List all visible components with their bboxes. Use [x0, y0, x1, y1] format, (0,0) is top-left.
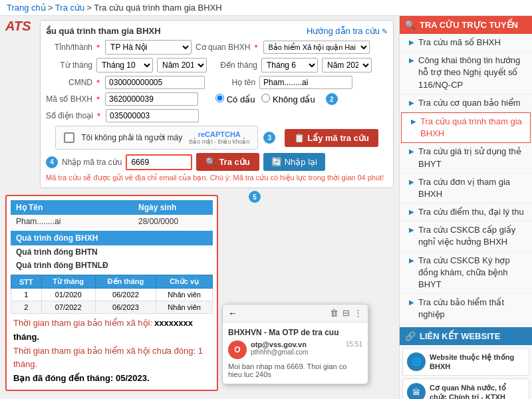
- agency-select[interactable]: Bảo hiểm Xã hội quận Hai Bà Trưng: [263, 41, 370, 54]
- ats-logo: ATS: [5, 19, 31, 33]
- breadcrumb-lookup[interactable]: Tra cứu: [55, 3, 84, 13]
- search-sidebar-icon: 🔍: [405, 20, 416, 30]
- badge-4: 4: [46, 156, 58, 168]
- agency-label: Cơ quan BHXH: [196, 43, 250, 52]
- code-input[interactable]: [126, 154, 192, 170]
- badge-2: 2: [326, 93, 338, 105]
- cmnd-input[interactable]: [105, 76, 205, 89]
- phone-input[interactable]: [106, 109, 199, 122]
- lien-ket-title: 🔗 LIÊN KẾT WEBSITE: [400, 327, 532, 345]
- sidebar-arrow-0: ▶: [409, 38, 414, 47]
- co-quan-label: Cơ quan Nhà nước, tổ chức Chính trị - KT…: [430, 383, 525, 399]
- email-back-button[interactable]: ←: [228, 308, 237, 319]
- col-from: Từ tháng: [41, 275, 95, 289]
- captcha-checkbox[interactable]: [64, 132, 74, 143]
- website-bhxh-link[interactable]: 🌐 Website thuộc Hệ thống BHXH: [402, 348, 529, 376]
- sidebar-label-6: Tra cứu điểm thu, đại lý thu: [418, 206, 524, 218]
- sidebar-label-5: Tra cứu đơn vị tham gia BHXH: [418, 176, 527, 200]
- sidebar-arrow-3: ▶: [411, 117, 416, 126]
- search-icon: 🔍: [205, 157, 216, 167]
- search-button[interactable]: 🔍 Tra cứu: [196, 153, 259, 171]
- result-col-dob: Ngày sinh: [133, 200, 213, 215]
- co-quan-icon: 🏛: [407, 383, 426, 399]
- sidebar-arrow-6: ▶: [409, 207, 414, 217]
- sidebar-arrow-9: ▶: [409, 298, 414, 307]
- sidebar-item-4[interactable]: ▶Tra cứu giá trị sử dụng thẻ BHYT: [400, 143, 532, 173]
- summary-text: Thời gian tham gia bảo hiểm xã hội: xxxx…: [11, 317, 213, 386]
- city-label: Tỉnh/thành: [46, 43, 92, 52]
- reset-icon: 🔄: [271, 157, 282, 167]
- col-stt: STT: [11, 275, 42, 289]
- sidebar-arrow-4: ▶: [409, 147, 414, 156]
- result-dob-val: 28/00/0000: [133, 215, 213, 228]
- email-popup: ← 🗑 ⊟ ⋮ BHXHVN - Ma OTP de tra cuu O: [222, 304, 368, 384]
- link-icon: 🔗: [405, 331, 416, 341]
- email-delete-button[interactable]: 🗑: [330, 308, 338, 318]
- sidebar-item-7[interactable]: ▶Tra cứu CSKCB cấp giấy nghỉ việc hưởng …: [400, 221, 532, 251]
- sidebar-item-5[interactable]: ▶Tra cứu đơn vị tham gia BHXH: [400, 174, 532, 203]
- sidebar-label-2: Tra cứu cơ quan bảo hiểm: [418, 97, 521, 109]
- breadcrumb-current: Tra cứu quá trình tham gia BHXH: [94, 3, 222, 13]
- sidebar-arrow-8: ▶: [409, 256, 414, 265]
- sidebar-item-8[interactable]: ▶Tra cứu CSKCB Ký hợp đồng khám, chữa bệ…: [400, 252, 532, 295]
- sidebar-item-1[interactable]: ▶Công khai thông tin hướng hỗ trợ theo N…: [400, 52, 532, 94]
- get-code-button[interactable]: 📋 Lấy mã tra cứu: [285, 129, 378, 147]
- detail-table: STT Từ tháng Đến tháng Chức vụ 101/20200…: [11, 275, 213, 314]
- sidebar-label-4: Tra cứu giá trị sử dụng thẻ BHYT: [418, 146, 527, 170]
- tra-cuu-title: 🔍 TRA CỨU TRỰC TUYẾN: [400, 16, 532, 34]
- city-select[interactable]: TP Hà Nội: [105, 40, 192, 55]
- email-time: 15:51: [346, 340, 362, 348]
- to-month-label: Đến tháng: [211, 61, 257, 70]
- breadcrumb-home[interactable]: Trang chủ: [7, 3, 46, 13]
- code-label: Nhập mã tra cứu: [62, 158, 122, 167]
- sidebar-label-1: Công khai thông tin hướng hỗ trợ theo Ng…: [418, 55, 527, 91]
- get-code-icon: 📋: [294, 133, 305, 143]
- to-month-select[interactable]: Tháng 6: [261, 58, 318, 72]
- col-to: Đến tháng: [95, 275, 156, 289]
- sidebar-label-8: Tra cứu CSKCB Ký hợp đồng khám, chữa bện…: [418, 255, 527, 291]
- process-header: Quá trình đóng BHXH: [11, 231, 213, 245]
- from-year-select[interactable]: Năm 2019: [157, 58, 207, 72]
- search-box-title: ầu quá trình tham gia BHXH: [46, 26, 161, 36]
- badge-3: 3: [263, 132, 275, 144]
- sidebar-item-0[interactable]: ▶Tra cứu mã số BHXH: [400, 34, 532, 52]
- result-col-name: Họ Tên: [11, 200, 133, 215]
- sidebar-item-9[interactable]: ▶Tra cứu bảo hiểm thất nghiệp: [400, 294, 532, 324]
- table-row: 207/202206/2023Nhân viên: [11, 301, 213, 314]
- sidebar-label-7: Tra cứu CSKCB cấp giấy nghỉ việc hưởng B…: [418, 224, 527, 248]
- email-avatar: O: [228, 340, 247, 359]
- captcha-label: Tôi không phải là người máy: [81, 133, 182, 142]
- bhxh-input[interactable]: [105, 92, 198, 106]
- phone-label: Số điện thoại: [46, 111, 93, 120]
- cmnd-label: CMND: [46, 78, 92, 87]
- email-more-button[interactable]: ⋮: [354, 308, 362, 318]
- badge-5: 5: [249, 191, 261, 203]
- radio-seal[interactable]: Có dấu: [215, 94, 255, 104]
- col-role: Chức vụ: [156, 275, 213, 289]
- reset-button[interactable]: 🔄 Nhập lại: [263, 153, 325, 171]
- bhtnld-label: Quá trình đóng BHTNLĐ: [11, 259, 213, 272]
- website-bhxh-label: Website thuộc Hệ thống BHXH: [430, 352, 525, 372]
- to-year-select[interactable]: Năm 2023: [322, 58, 372, 72]
- sidebar-label-0: Tra cứu mã số BHXH: [418, 37, 501, 49]
- email-archive-button[interactable]: ⊟: [342, 308, 350, 318]
- sidebar-item-2[interactable]: ▶Tra cứu cơ quan bảo hiểm: [400, 94, 532, 112]
- table-row: 101/202006/2022Nhân viên: [11, 289, 213, 301]
- radio-noseal[interactable]: Không dấu: [261, 94, 315, 104]
- co-quan-link[interactable]: 🏛 Cơ quan Nhà nước, tổ chức Chính trị - …: [402, 378, 529, 399]
- note-text: Mã tra cứu sẽ được gửi về địa chỉ email …: [46, 174, 388, 182]
- from-month-label: Từ tháng: [46, 61, 92, 70]
- sidebar-arrow-1: ▶: [409, 56, 414, 65]
- breadcrumb: Trang chủ > Tra cứu > Tra cứu quá trình …: [0, 0, 532, 16]
- guide-link[interactable]: Hướng dẫn tra cứu ✎: [307, 26, 388, 36]
- from-month-select[interactable]: Tháng 10: [96, 58, 153, 72]
- name-input[interactable]: [259, 76, 352, 89]
- email-body: Moi ban nhap ma 6669. Thoi gian co hieu …: [228, 362, 362, 378]
- email-recipient: pthhhh@gmail.com: [251, 348, 362, 356]
- bhxh-label: Mã số BHXH: [46, 94, 92, 104]
- sidebar-item-6[interactable]: ▶Tra cứu điểm thu, đại lý thu: [400, 203, 532, 221]
- sidebar-item-3[interactable]: ▶Tra cứu quá trình tham gia BHXH: [401, 112, 531, 143]
- bhtn-label: Quá trình đóng BHTN: [11, 245, 213, 259]
- name-label: Họ tên: [209, 78, 255, 87]
- lien-ket-section: 🔗 LIÊN KẾT WEBSITE 🌐 Website thuộc Hệ th…: [400, 327, 532, 399]
